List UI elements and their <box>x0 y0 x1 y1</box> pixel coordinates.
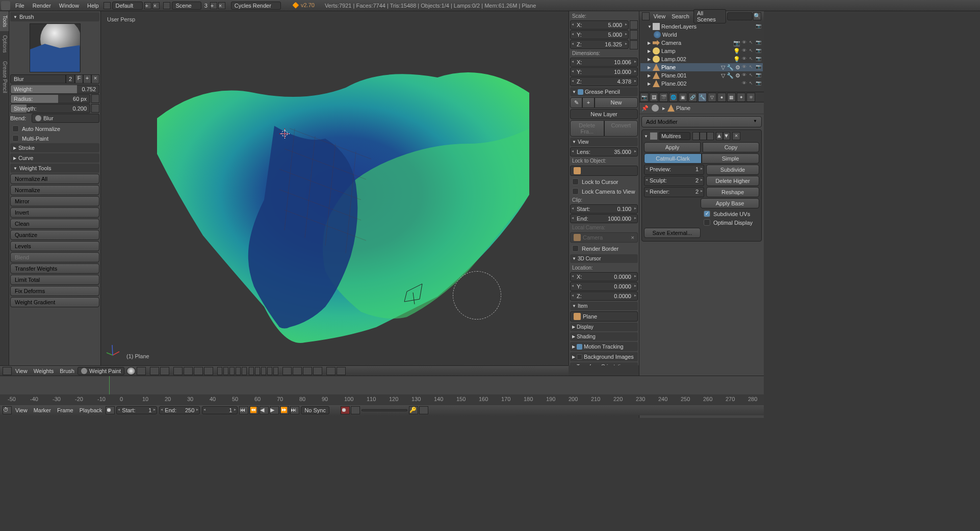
props-tab-modifiers-icon[interactable]: 🔧 <box>698 93 707 102</box>
cursor-restrict-icon[interactable]: ↖ <box>748 48 754 54</box>
catmull-clark-button[interactable]: Catmull-Clark <box>644 153 702 164</box>
proportional-edit-icon[interactable] <box>293 367 302 375</box>
render-restrict-icon[interactable]: 📷 <box>755 48 761 54</box>
tree-row[interactable]: ▶ Lamp💡 👁↖📷 <box>640 47 763 55</box>
props-tab-texture-icon[interactable]: ▦ <box>727 93 736 102</box>
gp-draw-icon[interactable]: ✎ <box>570 97 582 108</box>
gp-new-button[interactable]: New <box>595 97 638 108</box>
render-restrict-icon[interactable]: 📷 <box>755 40 761 46</box>
shading-dropdown-icon[interactable] <box>137 367 146 375</box>
timeline-marker-menu[interactable]: Marker <box>31 407 54 413</box>
brush-add-button[interactable]: + <box>83 74 91 84</box>
timeline-editor-icon[interactable]: ⏱ <box>3 406 12 414</box>
sculpt-field[interactable]: Sculpt:2 <box>644 176 704 186</box>
transfer-weights-button[interactable]: Transfer Weights <box>10 263 99 274</box>
cursor-restrict-icon[interactable]: ↖ <box>748 81 754 87</box>
tree-row[interactable]: ▶ Plane.001▽ 🔧 ⚙ 👁↖📷 <box>640 71 763 79</box>
lock-camera-checkbox[interactable]: Lock Camera to View <box>570 187 638 196</box>
keyframe-next-icon[interactable]: ⏩ <box>280 406 289 414</box>
props-tab-data-icon[interactable]: ▽ <box>708 93 716 102</box>
tab-grease-pencil[interactable]: Grease Pencil <box>0 57 9 97</box>
blender-icon[interactable] <box>1 1 10 10</box>
stroke-panel-header[interactable]: Stroke <box>10 143 99 152</box>
tab-options[interactable]: Options <box>0 31 9 57</box>
strength-slider[interactable]: Strength:0.200 <box>10 104 90 113</box>
weights-menu[interactable]: Weights <box>31 368 57 374</box>
subdivide-button[interactable]: Subdivide <box>706 165 759 175</box>
render-engine-dropdown[interactable]: Cycles Render <box>231 2 281 10</box>
grease-pencil-header[interactable]: Grease Pencil <box>570 87 638 96</box>
normalize-all-button[interactable]: Normalize All <box>10 174 99 184</box>
render-preview-icon[interactable] <box>326 367 336 375</box>
copy-button[interactable]: Copy <box>703 142 759 152</box>
transform-orient-header[interactable]: Transform Orientations <box>570 362 638 365</box>
layers-widget[interactable] <box>217 367 279 375</box>
curve-panel-header[interactable]: Curve <box>10 153 99 163</box>
lock-scale-y-icon[interactable] <box>630 30 638 39</box>
render-field[interactable]: Render:2 <box>644 187 704 197</box>
clean-button[interactable]: Clean <box>10 219 99 229</box>
pivot-icon[interactable] <box>150 367 159 375</box>
motion-tracking-header[interactable]: Motion Tracking <box>570 342 638 351</box>
layout-delete-icon[interactable]: × <box>152 2 160 9</box>
end-frame-field[interactable]: End:250 <box>159 406 200 414</box>
tree-row[interactable]: ▶ Plane▽ 🔧 ⚙ 👁↖📷 <box>640 63 763 71</box>
eye-icon[interactable]: 👁 <box>741 81 747 87</box>
layout-add-icon[interactable]: + <box>144 2 151 9</box>
props-tab-object-icon[interactable]: ▣ <box>679 93 687 102</box>
manipulator-rotate-icon[interactable] <box>184 367 193 375</box>
timeline-ruler[interactable]: -50-40-30-20-100102030405060708090100110… <box>0 394 764 404</box>
play-reverse-icon[interactable]: ◀ <box>260 406 269 414</box>
clip-end-field[interactable]: End:1000.000 <box>570 214 638 223</box>
snap-type-icon[interactable] <box>313 367 322 375</box>
outliner-search-menu[interactable]: Search <box>668 13 692 19</box>
menu-render[interactable]: Render <box>29 3 55 9</box>
auto-normalize-checkbox[interactable]: Auto Normalize <box>10 124 99 134</box>
outliner-search-input[interactable] <box>727 12 753 20</box>
modifier-move-down-icon[interactable]: ▼ <box>723 132 730 140</box>
keyframe-prev-icon[interactable]: ⏪ <box>249 406 259 414</box>
cursor-restrict-icon[interactable]: ↖ <box>748 72 754 78</box>
optimal-display-checkbox[interactable]: Optimal Display <box>702 218 759 227</box>
normalize-button[interactable]: Normalize <box>10 185 99 195</box>
gp-new-layer-button[interactable]: New Layer <box>570 109 638 119</box>
limit-total-button[interactable]: Limit Total <box>10 275 99 285</box>
add-modifier-button[interactable]: Add Modifier <box>641 116 762 127</box>
weight-gradient-button[interactable]: Weight Gradient <box>10 297 99 307</box>
cursor-restrict-icon[interactable]: ↖ <box>748 56 754 62</box>
outliner-display-dropdown[interactable]: All Scenes <box>693 9 726 23</box>
cursor-y-field[interactable]: Y:0.0000 <box>570 282 638 291</box>
cursor-z-field[interactable]: Z:0.0000 <box>570 291 638 301</box>
menu-help[interactable]: Help <box>83 3 103 9</box>
props-tab-scene-icon[interactable]: 🎬 <box>659 93 668 102</box>
gp-add-icon[interactable]: + <box>582 97 595 108</box>
tree-row[interactable]: ▼ RenderLayers 📷 <box>640 22 763 31</box>
props-tab-world-icon[interactable]: 🌐 <box>669 93 678 102</box>
scene-delete-icon[interactable]: × <box>218 2 225 9</box>
keyframe-delete-icon[interactable] <box>419 406 428 414</box>
render-restrict-icon[interactable]: 📷 <box>755 81 761 87</box>
jump-end-icon[interactable]: ⏭ <box>290 406 299 414</box>
simple-button[interactable]: Simple <box>702 153 759 164</box>
snap-icon[interactable] <box>303 367 312 375</box>
apply-button[interactable]: Apply <box>644 142 701 152</box>
clip-start-field[interactable]: Start:0.100 <box>570 204 638 214</box>
lock-cursor-checkbox[interactable]: Lock to Cursor <box>570 177 638 187</box>
delete-higher-button[interactable]: Delete Higher <box>706 176 759 186</box>
lock-scale-x-icon[interactable] <box>630 20 638 30</box>
view-menu[interactable]: View <box>12 368 31 374</box>
multi-paint-checkbox[interactable]: Multi-Paint <box>10 134 99 143</box>
display-header[interactable]: Display <box>570 323 638 331</box>
timeline-playback-menu[interactable]: Playback <box>76 407 106 413</box>
lock-object-field[interactable] <box>570 166 638 176</box>
start-frame-field[interactable]: Start:1 <box>116 406 157 414</box>
brush-panel-header[interactable]: Brush <box>10 12 99 21</box>
modifier-move-up-icon[interactable]: ▲ <box>716 132 723 140</box>
modifier-edit-icon[interactable] <box>707 132 714 140</box>
lock-scale-z-icon[interactable] <box>630 40 638 49</box>
shading-sphere-icon[interactable] <box>126 367 136 375</box>
render-border-checkbox[interactable]: Render Border <box>570 244 638 253</box>
view-header[interactable]: View <box>570 138 638 146</box>
editor-type-icon[interactable] <box>3 367 12 375</box>
tree-row[interactable]: World <box>640 31 763 39</box>
